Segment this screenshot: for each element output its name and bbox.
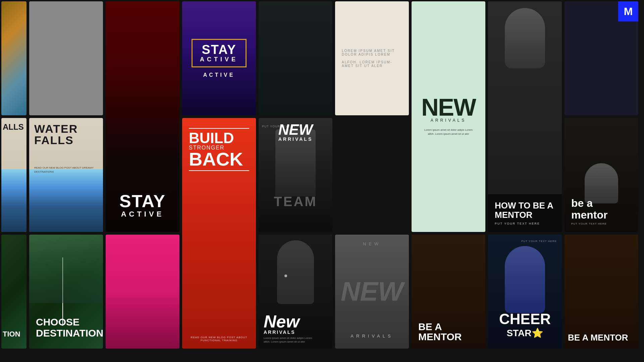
card-gray[interactable] (29, 1, 103, 115)
new-arrivals-over-text: NEW (259, 123, 332, 136)
card-be-mentor-gold[interactable]: BE A MENTOR (412, 235, 485, 349)
card-be-mentor-right[interactable]: BE A MENTOR (565, 235, 638, 349)
arrivals-over: ARRIVALS (259, 136, 332, 142)
how-mentor-sub: PUT YOUR TEXT HERE (495, 222, 555, 225)
card-tion-partial[interactable]: TION (1, 235, 26, 349)
card-cheer[interactable]: CHEER STAR⭐ PUT YOUR TEXT HERE (488, 235, 562, 349)
blue-m-badge: M (618, 1, 638, 21)
active-box-text: ACTIVE (200, 56, 238, 63)
waterfalls-sub: READ OUR NEW BLOG POST ABOUT DREAMY DEST… (34, 166, 98, 174)
be-mentor-gold-text: BE A MENTOR (418, 322, 479, 342)
team-text: TEAM (259, 194, 332, 209)
card-how-mentor[interactable]: HOW TO BE A MENTOR PUT YOUR TEXT HERE (488, 1, 562, 232)
card-stay-active-dark[interactable]: STAY ACTIVE (106, 1, 179, 232)
lorem-top: Lorem ipsum amet sit dolor adipis Lorem (342, 49, 402, 56)
lorem-new-dark: Lorem ipsum amet sit dolor adipis Lorema… (264, 336, 327, 344)
card-build-back-red[interactable]: BUILD STRONGER BACK READ OUR NEW BLOG PO… (182, 118, 256, 349)
main-grid: STAY ACTIVE STAY ACTIVE ACTIVE Lorem ips… (0, 0, 644, 362)
new-script-bottom: New (264, 314, 327, 329)
lorem-new-light: Lorem ipsum amet sit dolor adipis Lorema… (424, 128, 473, 136)
back-red: BACK (189, 151, 249, 168)
put-text-mentor: PUT YOUR TEXT HERE (571, 222, 632, 225)
be-mentor-text2: be a mentor (571, 197, 632, 221)
be-mentor-right: BE A MENTOR (568, 333, 635, 342)
card-landscape[interactable] (1, 1, 26, 115)
arrivals-spaced: ARRIVALS (335, 334, 409, 339)
put-text-cheer: PUT YOUR TEXT HERE (521, 240, 557, 243)
active-text: ACTIVE (119, 210, 166, 219)
card-pink-bottom[interactable] (106, 235, 179, 349)
how-mentor-title: HOW TO BE A MENTOR (495, 201, 555, 220)
card-be-mentor-side[interactable]: be a mentor PUT YOUR TEXT HERE (565, 118, 638, 232)
cheer-text: CHEER (499, 311, 551, 327)
m-letter: M (624, 5, 633, 18)
card-arrivals-gray[interactable]: NEW ARRIVALS NEW (335, 235, 409, 349)
card-new-arrivals-light[interactable]: NEW ARRIVALS Lorem ipsum amet sit dolor … (412, 1, 485, 232)
card-new-arrivals-team[interactable]: TEAM PUT YOUR TEXT HERE NEW ARRIVALS (259, 118, 332, 232)
card-stay-active-purple[interactable]: STAY ACTIVE ACTIVE (182, 1, 256, 115)
card-dark-texture[interactable] (259, 1, 332, 115)
card-falls-partial[interactable]: ALLS (1, 118, 26, 232)
new-large: NEW (421, 97, 476, 118)
card-choose-dest[interactable]: CHOOSE DESTINATION (29, 235, 103, 349)
card-blue-corner[interactable]: M (565, 1, 638, 115)
waterfalls-title: WATER FALLS (34, 123, 98, 146)
card-new-arrivals-dark[interactable]: New ARRIVALS Lorem ipsum amet sit dolor … (259, 235, 332, 349)
stars-text: STAR⭐ (499, 327, 551, 339)
active-sub: ACTIVE (203, 72, 235, 78)
choose-dest-text: CHOOSE DESTINATION (36, 316, 96, 339)
new-arrivals-gray-top: NEW (335, 241, 409, 246)
lorem-top2: alfoh. Lorem ipsum-amet sit ut aler (342, 60, 402, 68)
new-watermark: NEW (341, 276, 404, 307)
stay-box-text: STAY (200, 43, 238, 56)
stay-text: STAY (119, 192, 166, 210)
card-waterfalls[interactable]: WATER FALLS READ OUR NEW BLOG POST ABOUT… (29, 118, 103, 232)
tion-text: TION (3, 330, 20, 339)
read-blog-red: READ OUR NEW BLOG POST ABOUT FUNCTIONAL … (189, 336, 249, 342)
falls-partial-text: ALLS (3, 123, 24, 131)
build-red-title: BUILD (189, 131, 249, 145)
arrivals-sub: ARRIVALS (431, 118, 466, 123)
card-cream-arrivals[interactable]: Lorem ipsum amet sit dolor adipis Lorem … (335, 1, 409, 115)
